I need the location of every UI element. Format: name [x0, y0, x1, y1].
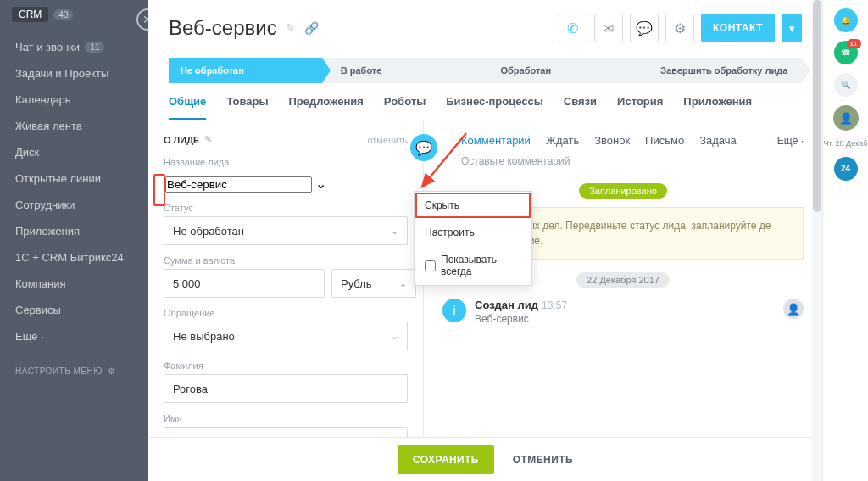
- sidebar-item-feed[interactable]: Живая лента: [0, 113, 148, 139]
- contact-dropdown[interactable]: ▾: [782, 14, 802, 42]
- stage-in-work[interactable]: В работе: [322, 58, 482, 83]
- salutation-select[interactable]: Не выбрано ⌄: [164, 322, 408, 350]
- cancel-edit[interactable]: отменить: [367, 135, 408, 145]
- tab-bp[interactable]: Бизнес-процессы: [446, 95, 543, 120]
- sidebar-item-tasks[interactable]: Задачи и Проекты: [0, 60, 148, 87]
- tl-tab-comment[interactable]: Комментарий: [461, 134, 531, 147]
- crm-pill[interactable]: CRM: [12, 7, 48, 22]
- chevron-down-icon: ⌄: [391, 331, 398, 342]
- amount-input[interactable]: [173, 277, 315, 290]
- link-icon[interactable]: 🔗: [304, 21, 319, 35]
- configure-menu[interactable]: НАСТРОИТЬ МЕНЮ ⚙: [0, 355, 148, 388]
- firstname-field[interactable]: [164, 427, 408, 437]
- contact-button[interactable]: КОНТАКТ: [701, 14, 775, 42]
- b24-icon[interactable]: 24: [834, 157, 858, 181]
- detail-tabs: Общие Товары Предложения Роботы Бизнес-п…: [169, 95, 802, 120]
- pencil-icon[interactable]: ✎: [286, 21, 296, 35]
- name-input[interactable]: [165, 176, 312, 193]
- sidebar-item-apps[interactable]: Приложения: [0, 218, 148, 244]
- field-context-menu: Скрыть Настроить Показывать всегда: [414, 191, 532, 286]
- sidebar-item-services[interactable]: Сервисы: [0, 297, 148, 323]
- sidebar-item-disk[interactable]: Диск: [0, 139, 148, 165]
- rail-date: Чт, 28 Декаб: [823, 139, 867, 148]
- salutation-label: Обращение: [164, 308, 408, 318]
- tab-common[interactable]: Общие: [169, 95, 206, 120]
- menu-configure[interactable]: Настроить: [415, 219, 531, 246]
- currency-select[interactable]: Рубль ⌄: [331, 269, 416, 298]
- lastname-label: Фамилия: [164, 361, 408, 371]
- avatar[interactable]: 👤: [833, 105, 859, 131]
- sidebar-item-calendar[interactable]: Календарь: [0, 87, 148, 113]
- comment-icon[interactable]: 💬: [410, 134, 437, 161]
- cancel-button[interactable]: ОТМЕНИТЬ: [513, 454, 573, 466]
- timeline-time: 13:57: [542, 299, 567, 311]
- tab-history[interactable]: История: [617, 95, 663, 120]
- scrollbar-thumb[interactable]: [813, 0, 821, 212]
- tab-applications[interactable]: Приложения: [683, 95, 752, 120]
- status-select[interactable]: Не обработан ⌄: [164, 216, 408, 245]
- sidebar-item-label: 1C + CRM Битрикс24: [15, 251, 124, 264]
- tl-tab-task[interactable]: Задача: [699, 134, 737, 147]
- mail-icon[interactable]: ✉: [594, 14, 623, 42]
- panel-heading: О ЛИДЕ: [164, 135, 199, 145]
- sidebar-item-1c[interactable]: 1C + CRM Битрикс24: [0, 244, 148, 271]
- comment-input[interactable]: Оставьте комментарий: [442, 147, 804, 182]
- menu-hide[interactable]: Скрыть: [415, 192, 531, 219]
- sidebar-menu: Чат и звонки11 Задачи и Проекты Календар…: [0, 29, 148, 355]
- firstname-input[interactable]: [173, 435, 398, 438]
- pencil-icon[interactable]: ✎: [204, 134, 212, 145]
- sidebar-item-label: Открытые линии: [15, 172, 101, 185]
- tl-tab-wait[interactable]: Ждать: [546, 134, 579, 147]
- tab-products[interactable]: Товары: [226, 95, 268, 120]
- sidebar-item-label: Диск: [15, 146, 39, 159]
- stage-finish[interactable]: Завершить обработку лида: [642, 58, 802, 83]
- stage-not-processed[interactable]: Не обработан: [169, 58, 322, 83]
- menu-always-show[interactable]: Показывать всегда: [415, 246, 531, 285]
- stage-processed[interactable]: Обработан: [482, 58, 643, 83]
- tab-links[interactable]: Связи: [564, 95, 597, 120]
- always-show-checkbox[interactable]: [425, 260, 436, 271]
- stage-label: Обработан: [501, 65, 552, 76]
- sidebar-item-company[interactable]: Компания: [0, 271, 148, 297]
- sidebar-item-label: Живая лента: [15, 120, 82, 132]
- timeline-tabs: Комментарий Ждать Звонок Письмо Задача Е…: [442, 134, 804, 147]
- search-icon[interactable]: 🔍: [834, 73, 858, 97]
- tl-tab-call[interactable]: Звонок: [594, 134, 630, 147]
- left-sidebar: CRM 43 ✕ Чат и звонки11 Задачи и Проекты…: [0, 0, 148, 481]
- tab-offers[interactable]: Предложения: [289, 95, 364, 120]
- dialer-icon[interactable]: ☎11: [834, 41, 858, 64]
- tab-robots[interactable]: Роботы: [384, 95, 426, 120]
- sidebar-item-more[interactable]: Ещё ·: [0, 323, 148, 350]
- sidebar-item-label: Задачи и Проекты: [15, 67, 108, 80]
- currency-value: Рубль: [341, 277, 372, 290]
- sidebar-item-employees[interactable]: Сотрудники: [0, 192, 148, 218]
- rail-badge: 11: [847, 39, 861, 48]
- lastname-field[interactable]: [164, 374, 408, 403]
- sidebar-item-chat[interactable]: Чат и звонки11: [0, 34, 148, 60]
- amount-field[interactable]: [164, 269, 325, 298]
- info-icon: i: [442, 299, 466, 322]
- amount-label: Сумма и валюта: [164, 255, 408, 266]
- sidebar-item-open-lines[interactable]: Открытые линии: [0, 165, 148, 192]
- name-label: Название лида: [164, 157, 408, 167]
- chevron-down-icon[interactable]: ⌄: [315, 176, 326, 191]
- phone-icon[interactable]: ✆: [559, 14, 587, 42]
- tl-more[interactable]: Ещё ·: [777, 135, 804, 147]
- bell-icon[interactable]: 🔔: [834, 8, 858, 32]
- sidebar-item-label: Календарь: [15, 93, 71, 106]
- lead-form-column: О ЛИДЕ ✎ отменить Название лида ⌄ Статус…: [148, 120, 424, 437]
- timeline-sub: Веб-сервис: [475, 313, 775, 325]
- header: Веб-сервис ✎ 🔗 ✆ ✉ 💬 ⚙ КОНТАКТ ▾ Не обра…: [148, 0, 822, 120]
- lastname-input[interactable]: [173, 383, 398, 395]
- badge: 11: [85, 42, 104, 53]
- user-avatar-icon[interactable]: 👤: [783, 299, 804, 319]
- chevron-down-icon: ⌄: [399, 278, 407, 289]
- save-button[interactable]: СОХРАНИТЬ: [398, 445, 494, 474]
- name-field[interactable]: ⌄: [165, 176, 408, 193]
- gear-icon[interactable]: ⚙: [665, 14, 694, 42]
- tl-tab-letter[interactable]: Письмо: [645, 134, 684, 147]
- right-rail: 🔔 ☎11 🔍 👤 Чт, 28 Декаб 24: [822, 0, 868, 481]
- chat-icon[interactable]: 💬: [630, 14, 659, 42]
- chevron-down-icon: ⌄: [391, 226, 398, 237]
- sidebar-item-label: Сервисы: [15, 304, 61, 316]
